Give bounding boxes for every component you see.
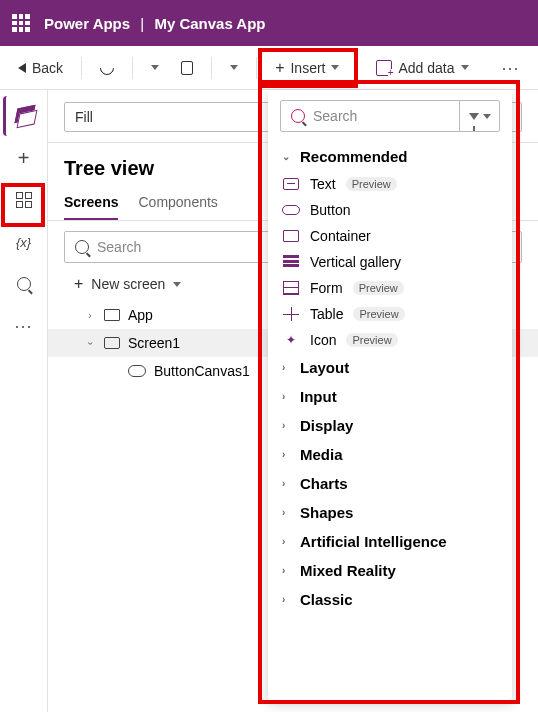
suite-header: Power Apps | My Canvas App xyxy=(0,0,538,46)
text-icon xyxy=(283,178,299,190)
chevron-right-icon: › xyxy=(282,536,292,547)
overflow-button[interactable]: ⋯ xyxy=(493,53,528,83)
section-label: Recommended xyxy=(300,148,408,165)
grid-icon xyxy=(16,192,32,208)
more-icon: ⋯ xyxy=(501,57,520,79)
item-label: Text xyxy=(310,176,336,192)
item-label: Form xyxy=(310,280,343,296)
undo-split[interactable] xyxy=(143,61,167,74)
tree-search-placeholder: Search xyxy=(97,239,141,255)
insert-button[interactable]: + Insert xyxy=(267,55,347,81)
variable-icon: {x} xyxy=(16,235,31,250)
section-label: Charts xyxy=(300,475,348,492)
app-icon xyxy=(104,309,120,321)
chevron-right-icon: › xyxy=(84,310,96,321)
rail-insert[interactable]: + xyxy=(4,138,44,178)
rail-tree-view[interactable] xyxy=(3,96,43,136)
app-title: Power Apps | My Canvas App xyxy=(44,15,266,32)
chevron-down-icon xyxy=(230,65,238,70)
section-shapes[interactable]: ›Shapes xyxy=(268,498,512,527)
item-label: Container xyxy=(310,228,371,244)
tree-node-label: ButtonCanvas1 xyxy=(154,363,250,379)
divider xyxy=(132,57,133,79)
insert-item-table[interactable]: Table Preview xyxy=(268,301,512,327)
section-classic[interactable]: ›Classic xyxy=(268,585,512,614)
chevron-down-icon xyxy=(461,65,469,70)
chevron-right-icon: › xyxy=(282,507,292,518)
layers-icon xyxy=(16,107,34,125)
section-mixed-reality[interactable]: ›Mixed Reality xyxy=(268,556,512,585)
preview-badge: Preview xyxy=(353,307,404,321)
rail-search[interactable] xyxy=(4,264,44,304)
insert-item-container[interactable]: Container xyxy=(268,223,512,249)
item-label: Button xyxy=(310,202,350,218)
item-label: Table xyxy=(310,306,343,322)
section-label: Display xyxy=(300,417,353,434)
preview-badge: Preview xyxy=(353,281,404,295)
divider xyxy=(81,57,82,79)
insert-search-placeholder: Search xyxy=(313,108,357,124)
rail-variables[interactable]: {x} xyxy=(4,222,44,262)
chevron-right-icon: › xyxy=(282,362,292,373)
tree-node-label: App xyxy=(128,307,153,323)
insert-item-text[interactable]: Text Preview xyxy=(268,171,512,197)
chevron-right-icon: › xyxy=(282,449,292,460)
more-icon: ⋯ xyxy=(14,315,33,337)
command-bar: Back + Insert Add data ⋯ xyxy=(0,46,538,90)
chevron-down-icon: › xyxy=(85,337,96,349)
clipboard-icon xyxy=(181,61,193,75)
preview-badge: Preview xyxy=(346,177,397,191)
chevron-down-icon: ⌄ xyxy=(282,151,292,162)
plus-icon: + xyxy=(18,147,30,170)
section-recommended[interactable]: ⌄ Recommended xyxy=(268,142,512,171)
section-label: Media xyxy=(300,446,343,463)
chevron-right-icon: › xyxy=(282,594,292,605)
insert-filter-button[interactable] xyxy=(459,101,499,131)
back-label: Back xyxy=(32,60,63,76)
insert-dropdown: Search ⌄ Recommended Text Preview Button… xyxy=(268,90,512,700)
chevron-down-icon xyxy=(483,114,491,119)
insert-list[interactable]: ⌄ Recommended Text Preview Button Contai… xyxy=(268,142,512,700)
suite-name: Power Apps xyxy=(44,15,130,32)
search-icon xyxy=(75,240,89,254)
section-ai[interactable]: ›Artificial Intelligence xyxy=(268,527,512,556)
section-input[interactable]: ›Input xyxy=(268,382,512,411)
back-button[interactable]: Back xyxy=(10,56,71,80)
form-icon xyxy=(283,281,299,295)
insert-item-form[interactable]: Form Preview xyxy=(268,275,512,301)
insert-label: Insert xyxy=(290,60,325,76)
section-layout[interactable]: ›Layout xyxy=(268,353,512,382)
section-display[interactable]: ›Display xyxy=(268,411,512,440)
tab-components[interactable]: Components xyxy=(138,188,217,220)
add-data-button[interactable]: Add data xyxy=(368,56,476,80)
funnel-icon xyxy=(469,113,479,120)
add-data-label: Add data xyxy=(398,60,454,76)
section-label: Shapes xyxy=(300,504,353,521)
vertical-gallery-icon xyxy=(283,255,299,269)
section-label: Mixed Reality xyxy=(300,562,396,579)
insert-item-vertical-gallery[interactable]: Vertical gallery xyxy=(268,249,512,275)
divider xyxy=(211,57,212,79)
clipboard-split[interactable] xyxy=(222,61,246,74)
divider xyxy=(256,57,257,79)
item-label: Icon xyxy=(310,332,336,348)
rail-more[interactable]: ⋯ xyxy=(4,306,44,346)
chevron-right-icon: › xyxy=(282,478,292,489)
insert-search-input[interactable]: Search xyxy=(281,108,459,124)
tab-screens[interactable]: Screens xyxy=(64,188,118,220)
undo-button[interactable] xyxy=(92,57,122,79)
section-charts[interactable]: ›Charts xyxy=(268,469,512,498)
plus-icon: + xyxy=(275,59,284,77)
insert-item-button[interactable]: Button xyxy=(268,197,512,223)
waffle-icon[interactable] xyxy=(12,14,30,32)
search-icon xyxy=(291,109,305,123)
insert-item-icon[interactable]: ✦ Icon Preview xyxy=(268,327,512,353)
clipboard-button[interactable] xyxy=(173,57,201,79)
canvas-app-name: My Canvas App xyxy=(154,15,265,32)
insert-search-row: Search xyxy=(268,90,512,142)
section-label: Classic xyxy=(300,591,353,608)
table-icon xyxy=(283,307,299,321)
arrow-left-icon xyxy=(18,63,26,73)
section-media[interactable]: ›Media xyxy=(268,440,512,469)
rail-data[interactable] xyxy=(4,180,44,220)
